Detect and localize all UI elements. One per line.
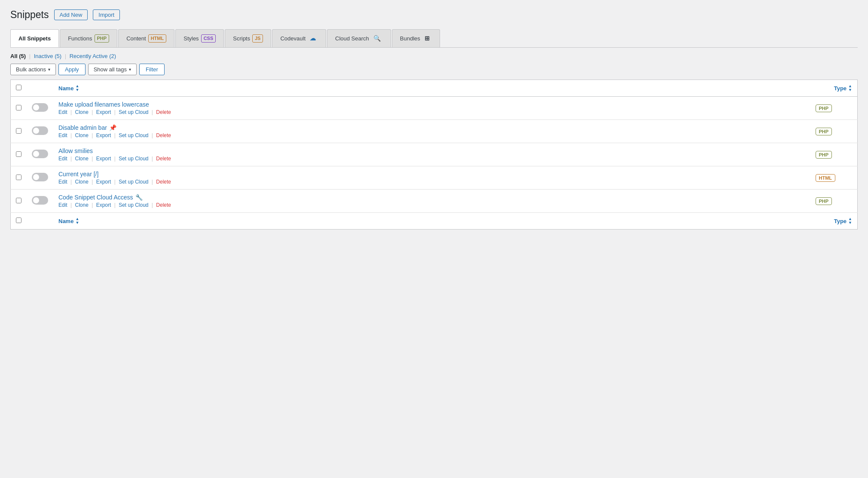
action-separator: | <box>69 109 73 115</box>
snippet-toggle[interactable] <box>32 150 48 158</box>
row-toggle-cell <box>27 97 53 120</box>
snippet-name-link[interactable]: Allow smilies <box>58 147 93 154</box>
action-edit[interactable]: Edit <box>58 109 67 115</box>
tab-styles[interactable]: StylesCSS <box>175 29 224 48</box>
status-links: All (5) | Inactive (5) | Recently Active… <box>10 53 858 59</box>
snippet-name-link[interactable]: Disable admin bar📌 <box>58 124 116 131</box>
bulk-actions-label: Bulk actions <box>16 66 46 73</box>
tab-badge: 🔍 <box>371 34 383 43</box>
import-button[interactable]: Import <box>93 9 120 20</box>
show-all-tags-dropdown[interactable]: Show all tags ▾ <box>88 64 137 75</box>
row-actions: Edit | Clone | Export | Set up Cloud | D… <box>58 109 805 115</box>
tab-codevault[interactable]: Codevault☁ <box>272 29 326 48</box>
row-name-cell: Current year [/]Edit | Clone | Export | … <box>53 166 810 190</box>
sort-name-button-footer[interactable]: Name ▲▼ <box>58 217 79 225</box>
status-link-recently-active[interactable]: Recently Active (2) <box>70 53 116 59</box>
tab-scripts[interactable]: ScriptsJS <box>225 29 271 48</box>
name-footer: Name ▲▼ <box>53 213 810 230</box>
status-separator: | <box>28 53 32 59</box>
action-clone[interactable]: Clone <box>75 109 88 115</box>
action-set-up-cloud[interactable]: Set up Cloud <box>119 156 148 162</box>
snippet-icon: 📌 <box>109 124 116 131</box>
chevron-down-icon: ▾ <box>48 67 50 72</box>
row-type-cell: PHP <box>810 190 858 213</box>
snippet-icon: 🔧 <box>135 194 143 201</box>
action-delete[interactable]: Delete <box>156 179 171 185</box>
tabs-bar: All SnippetsFunctionsPHPContentHTMLStyle… <box>10 29 858 48</box>
select-all-checkbox[interactable] <box>16 85 21 90</box>
sort-type-button[interactable]: Type ▲▼ <box>834 84 852 92</box>
tab-cloud-search[interactable]: Cloud Search🔍 <box>327 29 391 48</box>
action-clone[interactable]: Clone <box>75 156 88 162</box>
chevron-down-icon: ▾ <box>129 67 131 72</box>
action-edit[interactable]: Edit <box>58 156 67 162</box>
snippet-toggle[interactable] <box>32 173 48 181</box>
tab-functions[interactable]: FunctionsPHP <box>60 29 117 48</box>
row-toggle-cell <box>27 143 53 166</box>
action-clone[interactable]: Clone <box>75 132 88 138</box>
action-clone[interactable]: Clone <box>75 179 88 185</box>
action-export[interactable]: Export <box>96 202 111 208</box>
action-edit[interactable]: Edit <box>58 132 67 138</box>
row-type-cell: PHP <box>810 143 858 166</box>
row-actions: Edit | Clone | Export | Set up Cloud | D… <box>58 132 805 138</box>
row-checkbox[interactable] <box>16 105 21 110</box>
row-toggle-cell <box>27 190 53 213</box>
action-export[interactable]: Export <box>96 156 111 162</box>
sort-name-button[interactable]: Name ▲▼ <box>58 84 79 92</box>
snippet-toggle[interactable] <box>32 196 48 205</box>
action-export[interactable]: Export <box>96 109 111 115</box>
tab-label: Bundles <box>400 35 420 42</box>
tab-bundles[interactable]: Bundles⊞ <box>392 29 440 48</box>
type-footer: Type ▲▼ <box>810 213 858 230</box>
toggle-footer <box>27 213 53 230</box>
action-set-up-cloud[interactable]: Set up Cloud <box>119 132 148 138</box>
row-name-cell: Make upload filenames lowercaseEdit | Cl… <box>53 97 810 120</box>
action-set-up-cloud[interactable]: Set up Cloud <box>119 179 148 185</box>
row-toggle-cell <box>27 166 53 190</box>
row-name-cell: Code Snippet Cloud Access🔧Edit | Clone |… <box>53 190 810 213</box>
tab-badge: HTML <box>148 34 167 43</box>
filter-button[interactable]: Filter <box>139 64 165 75</box>
status-link-all[interactable]: All (5) <box>10 53 26 59</box>
snippet-name-link[interactable]: Current year [/] <box>58 171 98 178</box>
row-checkbox[interactable] <box>16 175 21 180</box>
action-delete[interactable]: Delete <box>156 202 171 208</box>
tab-badge: ☁ <box>308 34 318 43</box>
row-checkbox[interactable] <box>16 151 21 157</box>
action-clone[interactable]: Clone <box>75 202 88 208</box>
type-header: Type ▲▼ <box>810 80 858 97</box>
snippet-name-link[interactable]: Code Snippet Cloud Access🔧 <box>58 194 143 201</box>
action-delete[interactable]: Delete <box>156 156 171 162</box>
row-checkbox-cell <box>11 190 27 213</box>
action-export[interactable]: Export <box>96 179 111 185</box>
action-separator: | <box>113 179 117 185</box>
action-separator: | <box>113 202 117 208</box>
bulk-actions-dropdown[interactable]: Bulk actions ▾ <box>10 64 56 75</box>
action-export[interactable]: Export <box>96 132 111 138</box>
sort-type-button-footer[interactable]: Type ▲▼ <box>834 217 852 225</box>
action-delete[interactable]: Delete <box>156 109 171 115</box>
apply-button[interactable]: Apply <box>58 64 86 75</box>
snippets-table: Name ▲▼ Type ▲▼ Make upload filenames lo… <box>10 80 858 230</box>
action-set-up-cloud[interactable]: Set up Cloud <box>119 109 148 115</box>
snippet-name-link[interactable]: Make upload filenames lowercase <box>58 101 149 108</box>
snippet-toggle[interactable] <box>32 126 48 135</box>
row-checkbox[interactable] <box>16 198 21 203</box>
tab-all[interactable]: All Snippets <box>10 29 59 48</box>
tab-badge: PHP <box>95 34 110 43</box>
action-edit[interactable]: Edit <box>58 202 67 208</box>
row-checkbox[interactable] <box>16 128 21 134</box>
sort-arrows-icon: ▲▼ <box>848 84 852 92</box>
action-edit[interactable]: Edit <box>58 179 67 185</box>
action-separator: | <box>69 202 73 208</box>
status-link-inactive[interactable]: Inactive (5) <box>34 53 61 59</box>
add-new-button[interactable]: Add New <box>54 9 88 20</box>
tab-content[interactable]: ContentHTML <box>118 29 174 48</box>
action-set-up-cloud[interactable]: Set up Cloud <box>119 202 148 208</box>
action-separator: | <box>69 132 73 138</box>
action-delete[interactable]: Delete <box>156 132 171 138</box>
snippet-toggle[interactable] <box>32 103 48 112</box>
row-type-cell: PHP <box>810 97 858 120</box>
select-all-checkbox-footer[interactable] <box>16 218 21 223</box>
